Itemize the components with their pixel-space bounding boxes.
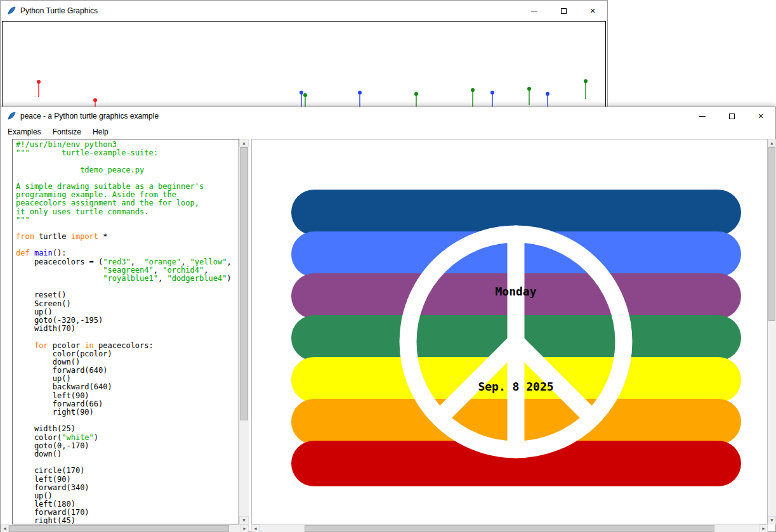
code-line: width(70) (16, 325, 239, 333)
code-line: it only uses turtle commands. (16, 208, 239, 216)
code-vscroll-thumb[interactable] (240, 147, 248, 420)
menubar: Examples Fontsize Help (1, 125, 775, 139)
fg-titlebar: peace - a Python turtle graphics example… (1, 107, 775, 125)
code-line: "royalblue1", "dodgerblue4") (16, 275, 239, 283)
code-line: """ turtle-example-suite: (16, 149, 239, 157)
code-line: down() (16, 450, 239, 458)
maximize-icon (561, 8, 567, 14)
tk-feather-icon[interactable] (6, 111, 16, 121)
fg-window-controls: ✕ (688, 107, 775, 125)
pin (414, 92, 418, 107)
bg-window-title: Python Turtle Graphics (20, 6, 98, 15)
fg-content: #!/usr/bin/env python3""" turtle-example… (1, 139, 775, 531)
scroll-right-icon[interactable]: ► (760, 524, 768, 532)
weekday-label: Monday (495, 285, 536, 298)
code-hscrollbar[interactable]: ◄ ► (1, 524, 249, 532)
bg-close-button[interactable]: ✕ (578, 1, 607, 21)
code-pane[interactable]: #!/usr/bin/env python3""" turtle-example… (12, 139, 239, 524)
canvas-vscroll-track[interactable] (768, 147, 776, 516)
scroll-up-icon[interactable]: ▲ (239, 139, 249, 147)
menu-help[interactable]: Help (87, 126, 114, 138)
canvas-hscroll-thumb[interactable] (305, 525, 714, 532)
bg-window-controls: ✕ (520, 1, 607, 21)
close-icon: ✕ (758, 113, 763, 120)
pin (37, 80, 41, 97)
code-line: """ (16, 216, 239, 224)
pin (490, 91, 494, 107)
peace-symbol (389, 215, 643, 469)
scroll-right-icon[interactable]: ► (240, 524, 249, 532)
code-line: from turtle import * (16, 233, 239, 241)
pin (546, 92, 549, 107)
pin (299, 91, 303, 107)
menu-examples[interactable]: Examples (2, 126, 47, 138)
fg-close-button[interactable]: ✕ (746, 107, 775, 125)
code-line: right(90) (16, 408, 239, 417)
scroll-up-icon[interactable]: ▲ (768, 139, 776, 147)
code-hscroll-track[interactable] (9, 524, 240, 532)
minimize-icon (699, 116, 706, 117)
date-label: Sep. 8 2025 (478, 380, 553, 393)
canvas-vscrollbar[interactable]: ▲ ▼ (768, 139, 776, 524)
canvas-vscroll-thumb[interactable] (768, 147, 775, 321)
code-vscrollbar[interactable]: ▲ ▼ (239, 139, 249, 524)
code-hscroll-thumb[interactable] (9, 525, 229, 532)
pin (527, 87, 531, 105)
canvas-hscrollbar[interactable]: ◄ ► (251, 524, 768, 532)
menu-fontsize[interactable]: Fontsize (47, 126, 87, 138)
pin (303, 93, 307, 107)
fg-maximize-button[interactable] (717, 107, 746, 125)
pin (471, 88, 475, 107)
bg-maximize-button[interactable] (549, 1, 578, 21)
bg-titlebar: Python Turtle Graphics ✕ (1, 1, 607, 21)
fg-window-title: peace - a Python turtle graphics example (20, 112, 159, 120)
peace-canvas[interactable]: Monday Sep. 8 2025 (251, 139, 768, 524)
close-icon: ✕ (589, 8, 595, 15)
code-line: tdemo_peace.py (16, 166, 239, 174)
minimize-icon (531, 11, 537, 11)
code-line: right(45) (16, 517, 239, 524)
tk-feather-icon[interactable] (6, 6, 16, 16)
scroll-left-icon[interactable]: ◄ (1, 524, 9, 532)
scroll-down-icon[interactable]: ▼ (239, 516, 249, 524)
maximize-icon (729, 114, 735, 119)
pin (584, 79, 588, 99)
bg-minimize-button[interactable] (520, 1, 549, 21)
scroll-down-icon[interactable]: ▼ (768, 516, 776, 524)
scroll-left-icon[interactable]: ◄ (251, 524, 260, 532)
pin (358, 91, 362, 107)
peace-demo-window: peace - a Python turtle graphics example… (0, 107, 776, 532)
fg-minimize-button[interactable] (688, 107, 717, 125)
code-vscroll-track[interactable] (239, 147, 249, 516)
canvas-hscroll-track[interactable] (260, 524, 760, 532)
